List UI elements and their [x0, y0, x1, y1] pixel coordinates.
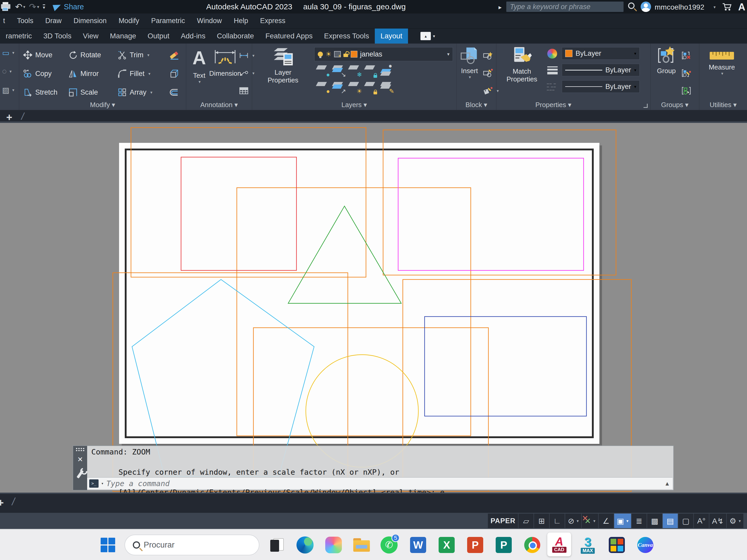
tab-collaborate[interactable]: Collaborate — [211, 28, 260, 44]
autocad-taskbar-icon[interactable]: A CAD — [547, 533, 571, 556]
object-snap-icon[interactable]: ▣▾ — [614, 514, 631, 528]
tab-manage[interactable]: Manage — [104, 28, 142, 44]
stretch-button[interactable]: Stretch — [23, 84, 58, 100]
groups-panel-label[interactable]: Groups ▾ — [650, 101, 699, 109]
modify-panel-label[interactable]: Modify ▾ — [19, 101, 186, 109]
layer-dropdown-icon[interactable]: ▾ — [447, 51, 449, 57]
tab-add-ins[interactable]: Add-ins — [175, 28, 211, 44]
linetype-dropdown[interactable]: ByLayer ▾ — [562, 80, 640, 93]
undo-button[interactable]: ↶▾ — [15, 2, 25, 11]
copilot-icon[interactable] — [324, 536, 343, 554]
grip-dots-icon[interactable] — [76, 448, 85, 451]
menu-item-cut[interactable]: t — [3, 17, 5, 25]
ortho-mode-icon[interactable]: ∟ — [550, 514, 565, 528]
menu-item-help[interactable]: Help — [234, 17, 248, 25]
green-triangle[interactable] — [288, 206, 401, 303]
layer-make-current-button[interactable]: ● — [380, 64, 395, 78]
wrench-icon[interactable] — [77, 470, 84, 479]
object-snap-tracking-icon[interactable]: ∠ — [599, 514, 614, 528]
annotation-panel-label[interactable]: Annotation ▾ — [186, 101, 252, 109]
ribbon-minimize-button[interactable]: ▴ — [420, 32, 431, 40]
layer-properties-button[interactable]: Layer Properties — [256, 46, 310, 84]
layer-freeze-button[interactable]: ❄ — [347, 64, 363, 78]
group-edit-button[interactable] — [681, 65, 691, 81]
ribbon-minimize-dropdown-icon[interactable]: ▾ — [433, 34, 435, 38]
table-button[interactable] — [239, 83, 249, 99]
match-properties-button[interactable]: Match Properties — [498, 46, 545, 83]
draw-stub-icon-2[interactable]: ◌▾ — [2, 67, 12, 76]
insert-button[interactable]: Insert ▾ — [458, 46, 482, 80]
command-input[interactable]: >_ ▾ Type a command ▲ — [87, 477, 673, 489]
blue-rectangle[interactable] — [424, 317, 587, 416]
menu-item-dimension[interactable]: Dimension — [74, 17, 107, 25]
drawing-canvas[interactable] — [0, 123, 747, 492]
snap-mode-icon[interactable]: ⊞ — [534, 514, 549, 528]
block-panel-label[interactable]: Block ▾ — [457, 101, 496, 109]
lineweight-display-icon[interactable]: ≣ — [632, 514, 647, 528]
start-button[interactable] — [99, 536, 117, 554]
edit-block-button[interactable] — [483, 65, 493, 81]
command-line-palette[interactable]: × Command: ZOOM Specify corner of window… — [73, 446, 674, 490]
task-view-button[interactable] — [268, 536, 286, 554]
isometric-drafting-icon[interactable]: ✕✕▾ — [582, 514, 598, 528]
layer-viewport-freeze-icon[interactable] — [334, 51, 341, 57]
text-button[interactable]: A Text ▾ — [189, 46, 210, 84]
layer-off-button[interactable]: ● — [315, 64, 331, 78]
orange-rect-1[interactable] — [131, 128, 366, 277]
excel-icon[interactable]: X — [437, 536, 456, 554]
close-icon[interactable]: × — [78, 454, 83, 464]
layer-on-button[interactable]: ● — [315, 80, 331, 95]
edge-icon[interactable] — [296, 536, 314, 554]
plot-icon[interactable] — [1, 2, 11, 11]
menu-item-express[interactable]: Express — [260, 17, 286, 25]
mirror-button[interactable]: Mirror — [69, 66, 99, 81]
group-selection-button[interactable] — [681, 83, 691, 99]
autodesk-logo-icon[interactable]: A — [738, 2, 747, 13]
draw-stub-icon-3[interactable]: ▨▾ — [2, 85, 14, 95]
layer-unlock-button[interactable] — [364, 80, 379, 95]
text-dropdown-icon[interactable]: ▾ — [199, 79, 201, 84]
canva-icon[interactable]: Canva — [636, 536, 655, 554]
powerpoint-icon[interactable]: P — [466, 536, 485, 554]
rotate-button[interactable]: Rotate — [69, 47, 101, 63]
layer-lock-button[interactable] — [364, 64, 379, 78]
command-dropdown-icon[interactable]: ▾ — [101, 481, 104, 486]
draw-stub-icon-1[interactable]: ▭▾ — [2, 48, 14, 57]
qat-customize-icon[interactable]: ▾ — [43, 4, 45, 9]
layer-isolate-button[interactable]: ↘ — [332, 64, 346, 78]
publisher-icon[interactable]: P — [494, 536, 513, 554]
command-scroll-up-icon[interactable]: ▲ — [666, 480, 669, 487]
redo-button[interactable]: ↷▾ — [29, 2, 40, 11]
tab-3d-tools[interactable]: 3D Tools — [37, 28, 77, 44]
trim-button[interactable]: Trim▾ — [118, 47, 149, 63]
layer-unisolate-button[interactable]: ↗ — [332, 80, 346, 95]
file-explorer-icon[interactable] — [352, 536, 371, 554]
create-block-button[interactable] — [483, 48, 493, 63]
layers-panel-label[interactable]: Layers ▾ — [252, 101, 456, 109]
move-button[interactable]: Move — [23, 47, 52, 63]
object-color-dropdown-icon[interactable]: ▾ — [634, 51, 636, 56]
menu-item-tools[interactable]: Tools — [17, 17, 33, 25]
chrome-icon[interactable] — [523, 536, 542, 554]
taskbar-search-input[interactable]: Procurar — [125, 535, 259, 555]
insert-dropdown-icon[interactable]: ▾ — [469, 75, 471, 80]
user-dropdown-icon[interactable]: ▾ — [714, 5, 716, 9]
share-button[interactable]: Share — [53, 3, 84, 11]
layer-match-button[interactable]: ✎ — [380, 80, 395, 95]
tab-output[interactable]: Output — [142, 28, 175, 44]
paper-space-toggle[interactable]: PAPER — [488, 514, 518, 528]
ungroup-button[interactable] — [681, 48, 691, 63]
cart-icon[interactable] — [722, 3, 732, 11]
transparency-icon[interactable]: ▩ — [647, 514, 662, 528]
properties-panel-label[interactable]: Properties ▾ — [496, 101, 650, 109]
layer-color-swatch[interactable] — [351, 51, 357, 58]
word-icon[interactable]: W — [409, 536, 428, 554]
measure-dropdown-icon[interactable]: ▾ — [721, 71, 723, 76]
scale-button[interactable]: Scale — [69, 84, 98, 100]
help-search-input[interactable]: Type a keyword or phrase — [506, 2, 623, 12]
layer-thaw-icon[interactable]: ☀ — [326, 51, 332, 58]
tab-layout[interactable]: Layout — [375, 28, 408, 44]
lineweight-dropdown-icon[interactable]: ▾ — [634, 68, 636, 73]
erase-button[interactable] — [169, 47, 179, 63]
bottom-new-layout-button[interactable]: + — [0, 497, 4, 509]
